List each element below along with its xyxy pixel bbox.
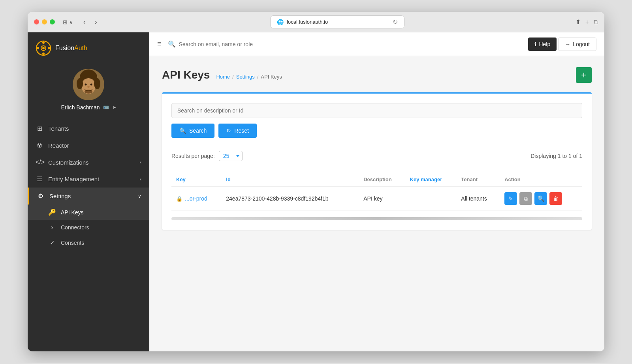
svg-point-3: [42, 53, 45, 55]
breadcrumb-home[interactable]: Home: [216, 74, 230, 80]
page-title: API Keys: [162, 69, 210, 81]
svg-point-5: [48, 47, 50, 49]
reset-button[interactable]: ↻ Reset: [218, 124, 257, 138]
consents-icon: ✓: [48, 239, 56, 246]
maximize-button[interactable]: [50, 19, 55, 24]
id-card-icon: 🪪: [103, 105, 109, 110]
per-page-select[interactable]: 25 50 100: [219, 151, 243, 161]
top-search-area: 🔍: [168, 40, 524, 48]
svg-point-14: [87, 86, 90, 88]
tabs-button[interactable]: ⧉: [594, 18, 598, 26]
add-api-key-button[interactable]: +: [576, 67, 592, 83]
url-text: local.fusionauth.io: [287, 19, 328, 25]
sidebar-toggle-button[interactable]: ⊞ ∨: [60, 17, 76, 27]
col-id[interactable]: Id: [221, 173, 359, 187]
sidebar-item-label: Tenants: [48, 125, 69, 132]
sidebar-item-label: Customizations: [48, 159, 89, 166]
svg-point-12: [85, 84, 87, 86]
key-manager-cell: [405, 187, 457, 211]
share-button[interactable]: ⬆: [576, 18, 581, 26]
breadcrumb: Home / Settings / API Keys: [216, 74, 282, 80]
sidebar-item-reactor[interactable]: ☢ Reactor: [28, 137, 149, 154]
page-header: API Keys Home / Settings / API Keys +: [162, 67, 592, 83]
logo-area: FusionAuth: [28, 32, 149, 62]
search-button[interactable]: 🔍 Search: [171, 124, 214, 138]
col-action: Action: [500, 173, 582, 187]
page-title-area: API Keys Home / Settings / API Keys: [162, 69, 282, 81]
user-profile: Erlich Bachman 🪪 ➤: [28, 62, 149, 117]
back-button[interactable]: ‹: [81, 17, 88, 27]
fusionauth-logo-icon: [36, 40, 51, 56]
top-bar-actions: ℹ Help → Logout: [528, 38, 596, 51]
search-btn-icon: 🔍: [179, 128, 186, 134]
chevron-down-icon: ∨: [138, 193, 141, 199]
chevron-left-icon: ‹: [140, 159, 141, 165]
svg-point-10: [77, 78, 83, 89]
svg-point-15: [85, 90, 92, 94]
main-card: 🔍 Search ↻ Reset Results per pag: [162, 92, 592, 230]
search-form: 🔍 Search ↻ Reset: [171, 103, 582, 138]
customizations-icon: </>: [36, 159, 43, 166]
entity-management-icon: ☰: [36, 175, 43, 183]
breadcrumb-sep-2: /: [257, 74, 259, 80]
breadcrumb-current: API Keys: [261, 74, 282, 80]
sidebar-sub-item-label: Consents: [61, 240, 84, 246]
sidebar-item-consents[interactable]: ✓ Consents: [28, 235, 149, 250]
search-description-input[interactable]: [171, 103, 582, 118]
page-content: API Keys Home / Settings / API Keys +: [149, 56, 604, 351]
description-cell: API key: [359, 187, 405, 211]
sidebar-sub-item-label: Connectors: [61, 224, 89, 231]
breadcrumb-settings[interactable]: Settings: [236, 74, 255, 80]
api-key-icon: 🔑: [48, 208, 56, 216]
forward-button[interactable]: ›: [92, 17, 99, 27]
sidebar-item-customizations[interactable]: </> Customizations ‹: [28, 154, 149, 171]
scroll-indicator: [171, 217, 582, 220]
main-content: ≡ 🔍 ℹ Help → Logout: [149, 32, 604, 351]
view-button[interactable]: 🔍: [534, 192, 547, 205]
results-per-page: Results per page: 25 50 100: [171, 151, 243, 161]
top-search-input[interactable]: [179, 41, 524, 47]
sidebar-navigation: ⊞ Tenants ☢ Reactor </> Customizations ‹…: [28, 117, 149, 351]
delete-button[interactable]: 🗑: [549, 192, 562, 205]
settings-icon: ⚙: [37, 192, 45, 200]
sidebar-item-connectors[interactable]: › Connectors: [28, 220, 149, 235]
sidebar-sub-item-label: API Keys: [61, 209, 84, 216]
key-cell: 🔒 ...or-prod: [171, 187, 221, 211]
tenants-icon: ⊞: [36, 125, 43, 132]
address-bar[interactable]: 🌐 local.fusionauth.io ↻: [270, 15, 404, 28]
action-cell: ✎ ⧉ 🔍 🗑: [500, 187, 582, 211]
sidebar-item-api-keys[interactable]: 🔑 API Keys: [28, 205, 149, 220]
svg-point-6: [42, 47, 45, 49]
col-key[interactable]: Key: [171, 173, 221, 187]
logout-icon: →: [565, 41, 570, 47]
sidebar-item-label: Entity Management: [48, 176, 99, 182]
help-button[interactable]: ℹ Help: [528, 38, 557, 51]
search-icon: 🔍: [168, 40, 176, 48]
col-description: Description: [359, 173, 405, 187]
action-buttons: ✎ ⧉ 🔍 🗑: [504, 192, 577, 205]
sidebar-item-tenants[interactable]: ⊞ Tenants: [28, 120, 149, 137]
sidebar-item-settings[interactable]: ⚙ Settings ∨: [28, 188, 149, 205]
close-button[interactable]: [34, 19, 39, 24]
new-tab-button[interactable]: +: [585, 18, 589, 26]
refresh-icon[interactable]: ↻: [393, 18, 398, 26]
edit-button[interactable]: ✎: [504, 192, 517, 205]
logout-button[interactable]: → Logout: [558, 38, 596, 51]
chevron-left-icon: ‹: [140, 176, 141, 182]
reactor-icon: ☢: [36, 142, 43, 149]
sidebar-item-entity-management[interactable]: ☰ Entity Management ‹: [28, 171, 149, 188]
location-icon: ➤: [112, 105, 116, 110]
svg-point-13: [90, 84, 92, 86]
svg-point-4: [37, 47, 39, 49]
col-tenant: Tenant: [456, 173, 500, 187]
key-link[interactable]: ...or-prod: [185, 195, 207, 202]
sidebar-item-label: Settings: [49, 193, 71, 199]
minimize-button[interactable]: [42, 19, 47, 24]
id-cell: 24ea7873-2100-428b-9339-c8df192b4f1b: [221, 187, 359, 211]
menu-icon[interactable]: ≡: [157, 40, 162, 48]
svg-point-11: [94, 78, 100, 89]
copy-button[interactable]: ⧉: [519, 192, 532, 205]
displaying-info: Displaying 1 to 1 of 1: [530, 153, 582, 159]
lock-icon: 🔒: [176, 196, 182, 202]
col-key-manager[interactable]: Key manager: [405, 173, 457, 187]
